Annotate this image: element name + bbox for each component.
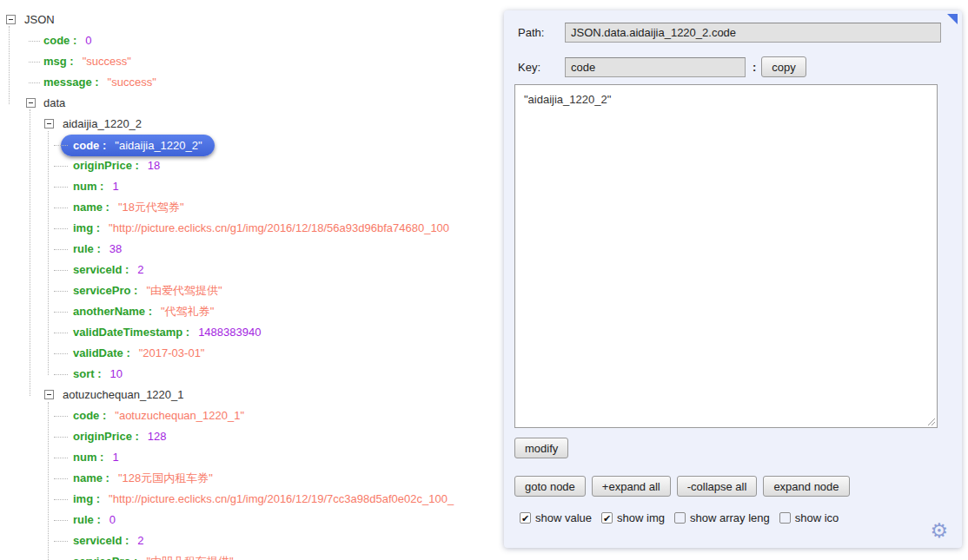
checkbox-icon[interactable]: ✔	[601, 512, 613, 524]
node-key: validDateTimestamp :	[73, 326, 189, 339]
key-label: Key:	[518, 61, 565, 74]
node-key: rule :	[73, 242, 101, 255]
node-key: img :	[73, 492, 100, 505]
expand-all-button[interactable]: +expand all	[592, 476, 671, 497]
checkbox-label: show img	[617, 511, 665, 524]
checkbox-icon[interactable]	[674, 512, 686, 524]
value-text: "aidaijia_1220_2"	[524, 93, 611, 106]
node-value: "http://picture.eclicks.cn/g1/img/2016/1…	[109, 221, 449, 234]
tree-row-servicePro[interactable]: servicePro :"由凹凸租车提供"	[0, 551, 968, 560]
node-key: code :	[73, 409, 106, 422]
tree-stub	[54, 166, 68, 167]
tree-stub	[54, 541, 68, 542]
node-value: "2017-03-01"	[139, 346, 205, 359]
resize-grip-icon[interactable]	[926, 417, 935, 425]
node-key: name :	[73, 471, 109, 484]
tree-stub	[54, 312, 68, 313]
node-value: 18	[148, 159, 160, 172]
goto-node-button[interactable]: goto node	[514, 476, 586, 497]
node-key: num :	[73, 180, 103, 193]
checkbox-icon[interactable]: ✔	[520, 512, 531, 524]
node-value: "aidaijia_1220_2"	[115, 139, 202, 152]
node-value: 128	[148, 430, 167, 443]
checkbox-label: show value	[535, 511, 592, 524]
option-show-array-leng[interactable]: show array leng	[674, 511, 770, 524]
copy-button[interactable]: copy	[761, 56, 806, 77]
node-value: 38	[109, 242, 122, 255]
option-show-value[interactable]: ✔show value	[520, 511, 592, 524]
node-key: msg :	[43, 55, 74, 68]
collapse-toggle-icon[interactable]	[44, 390, 54, 399]
node-value: "128元国内租车券"	[118, 471, 213, 484]
node-value: "18元代驾券"	[118, 201, 184, 214]
nav-button-row: goto node+expand all-collapse allexpand …	[514, 476, 850, 497]
tree-stub	[54, 228, 68, 229]
node-key: code :	[43, 34, 76, 47]
option-show-ico[interactable]: show ico	[779, 511, 839, 524]
tree-stub	[54, 416, 68, 417]
option-show-img[interactable]: ✔show img	[601, 511, 665, 524]
checkbox-label: show array leng	[690, 511, 770, 524]
display-options-row: ✔show value✔show imgshow array lengshow …	[520, 511, 839, 524]
tree-stub	[54, 374, 68, 375]
node-key: serviceId :	[73, 534, 129, 547]
path-input[interactable]	[565, 23, 941, 43]
node-key: name :	[73, 201, 109, 214]
node-label: aidaijia_1220_2	[63, 117, 142, 130]
node-value: 2	[137, 534, 143, 547]
selected-node-pill[interactable]: code :"aidaijia_1220_2"	[61, 135, 215, 156]
tree-stub	[54, 270, 68, 271]
collapse-toggle-icon[interactable]	[44, 119, 54, 128]
tree-stub	[54, 499, 68, 500]
node-key: sort :	[73, 367, 102, 380]
tree-stub	[54, 291, 68, 292]
json-handle-panel: Path: Key: : copy "aidaijia_1220_2" modi…	[504, 10, 962, 548]
node-key: originPrice :	[73, 159, 139, 172]
node-key: rule :	[73, 513, 101, 526]
node-value: "success"	[83, 55, 131, 68]
node-value: "代驾礼券"	[161, 305, 214, 318]
tree-stub	[29, 41, 40, 42]
node-key: num :	[73, 451, 103, 464]
tree-stub	[54, 520, 68, 521]
modify-button[interactable]: modify	[514, 438, 568, 458]
node-value: 2	[137, 263, 143, 276]
node-key: code :	[73, 139, 106, 152]
node-value: 0	[85, 34, 91, 47]
collapse-toggle-icon[interactable]	[26, 98, 36, 108]
tree-stub	[54, 478, 68, 479]
tree-stub	[54, 333, 68, 333]
tree-stub	[54, 145, 68, 146]
collapse-all-button[interactable]: -collapse all	[677, 476, 758, 497]
tree-stub	[54, 437, 68, 438]
path-label: Path:	[518, 26, 565, 39]
gear-icon[interactable]: ⚙	[930, 521, 948, 541]
node-key: anotherName :	[73, 305, 152, 318]
node-value: 10	[110, 367, 123, 380]
collapse-toggle-icon[interactable]	[6, 15, 16, 24]
panel-fold-triangle-icon[interactable]	[946, 13, 958, 25]
node-key: servicePro :	[73, 284, 137, 297]
node-value: 1	[112, 180, 118, 193]
tree-stub	[54, 249, 68, 250]
tree-stub	[54, 208, 68, 208]
node-key: message :	[43, 76, 99, 89]
node-value: "success"	[108, 76, 156, 89]
expand-node-button[interactable]: expand node	[763, 476, 849, 497]
key-input[interactable]	[565, 57, 746, 77]
tree-stub	[29, 62, 40, 63]
node-value: "由凹凸租车提供"	[146, 555, 233, 560]
node-value: "http://picture.eclicks.cn/g1/img/2016/1…	[109, 492, 454, 505]
node-key: validDate :	[73, 346, 130, 359]
node-label: JSON	[24, 13, 55, 26]
node-key: img :	[73, 221, 100, 234]
node-value: 1488383940	[198, 326, 261, 339]
tree-stub	[29, 82, 40, 83]
node-key: serviceId :	[73, 263, 129, 276]
value-editor[interactable]: "aidaijia_1220_2"	[514, 84, 938, 428]
node-value: 0	[109, 513, 116, 526]
checkbox-icon[interactable]	[779, 512, 791, 524]
tree-stub	[54, 187, 68, 188]
checkbox-label: show ico	[795, 511, 839, 524]
tree-stub	[54, 458, 68, 458]
